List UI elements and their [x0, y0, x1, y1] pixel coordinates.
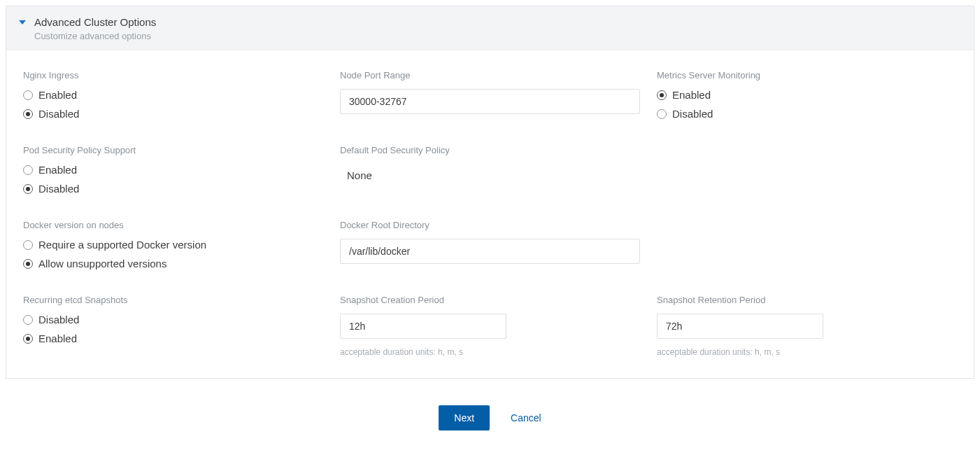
docker-version-group: Docker version on nodes Require a suppor… [23, 220, 323, 270]
docker-version-require-radio[interactable]: Require a supported Docker version [23, 239, 323, 251]
panel-body: Nginx Ingress Enabled Disabled Node Port… [6, 50, 974, 378]
radio-label: Enabled [38, 332, 77, 344]
empty-cell [657, 145, 957, 195]
footer: Next Cancel [0, 384, 980, 444]
cancel-button[interactable]: Cancel [511, 412, 541, 424]
etcd-snapshots-enabled-radio[interactable]: Enabled [23, 332, 323, 344]
radio-label: Allow unsupported versions [38, 258, 166, 270]
default-pod-policy-value: None [340, 164, 640, 181]
radio-icon [23, 334, 33, 344]
radio-icon [23, 315, 33, 325]
radio-icon [657, 90, 667, 100]
docker-version-label: Docker version on nodes [23, 220, 323, 230]
form-grid: Nginx Ingress Enabled Disabled Node Port… [23, 70, 957, 357]
radio-icon [657, 109, 667, 119]
pod-security-enabled-radio[interactable]: Enabled [23, 164, 323, 176]
nginx-ingress-group: Nginx Ingress Enabled Disabled [23, 70, 323, 120]
etcd-snapshots-label: Recurring etcd Snapshots [23, 295, 323, 305]
metrics-server-enabled-radio[interactable]: Enabled [657, 89, 957, 101]
radio-icon [23, 165, 33, 175]
radio-icon [23, 109, 33, 119]
radio-icon [23, 259, 33, 269]
nginx-ingress-label: Nginx Ingress [23, 70, 323, 80]
metrics-server-group: Metrics Server Monitoring Enabled Disabl… [657, 70, 957, 120]
next-button[interactable]: Next [439, 405, 490, 430]
snapshot-retention-input[interactable] [657, 314, 823, 339]
etcd-snapshots-disabled-radio[interactable]: Disabled [23, 314, 323, 326]
empty-cell [657, 220, 957, 270]
radio-label: Disabled [38, 108, 79, 120]
advanced-options-panel: Advanced Cluster Options Customize advan… [6, 6, 974, 379]
radio-icon [23, 184, 33, 194]
panel-subtitle: Customize advanced options [34, 31, 156, 41]
panel-title: Advanced Cluster Options [34, 16, 156, 28]
radio-label: Disabled [672, 108, 713, 120]
snapshot-retention-label: Snapshot Retention Period [657, 295, 957, 305]
radio-label: Enabled [38, 89, 77, 101]
radio-icon [23, 240, 33, 250]
radio-label: Enabled [672, 89, 711, 101]
docker-version-allow-radio[interactable]: Allow unsupported versions [23, 258, 323, 270]
pod-security-label: Pod Security Policy Support [23, 145, 323, 155]
pod-security-disabled-radio[interactable]: Disabled [23, 183, 323, 195]
docker-root-label: Docker Root Directory [340, 220, 640, 230]
radio-icon [23, 90, 33, 100]
node-port-range-input[interactable] [340, 89, 640, 114]
docker-root-input[interactable] [340, 239, 640, 264]
snapshot-creation-group: Snapshot Creation Period acceptable dura… [340, 295, 640, 357]
default-pod-policy-label: Default Pod Security Policy [340, 145, 640, 155]
node-port-range-group: Node Port Range [340, 70, 640, 120]
docker-root-group: Docker Root Directory [340, 220, 640, 270]
radio-label: Enabled [38, 164, 77, 176]
snapshot-retention-group: Snapshot Retention Period acceptable dur… [657, 295, 957, 357]
panel-header[interactable]: Advanced Cluster Options Customize advan… [6, 6, 974, 50]
metrics-server-label: Metrics Server Monitoring [657, 70, 957, 80]
nginx-ingress-enabled-radio[interactable]: Enabled [23, 89, 323, 101]
snapshot-creation-label: Snapshot Creation Period [340, 295, 640, 305]
snapshot-creation-hint: acceptable duration units: h, m, s [340, 347, 640, 357]
chevron-down-icon [19, 20, 26, 24]
radio-label: Disabled [38, 183, 79, 195]
etcd-snapshots-group: Recurring etcd Snapshots Disabled Enable… [23, 295, 323, 357]
node-port-range-label: Node Port Range [340, 70, 640, 80]
radio-label: Disabled [38, 314, 79, 326]
panel-header-text: Advanced Cluster Options Customize advan… [34, 16, 156, 41]
default-pod-policy-group: Default Pod Security Policy None [340, 145, 640, 195]
snapshot-creation-input[interactable] [340, 314, 506, 339]
metrics-server-disabled-radio[interactable]: Disabled [657, 108, 957, 120]
snapshot-retention-hint: acceptable duration units: h, m, s [657, 347, 957, 357]
nginx-ingress-disabled-radio[interactable]: Disabled [23, 108, 323, 120]
radio-label: Require a supported Docker version [38, 239, 206, 251]
pod-security-group: Pod Security Policy Support Enabled Disa… [23, 145, 323, 195]
